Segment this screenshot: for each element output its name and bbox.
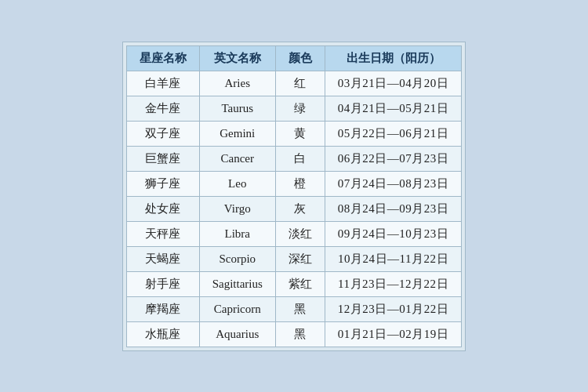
cell-chinese-name: 射手座 (126, 271, 199, 296)
table-row: 处女座Virgo灰08月24日—09月23日 (126, 196, 462, 221)
cell-english-name: Aquarius (199, 321, 275, 347)
cell-color: 红 (275, 71, 325, 96)
cell-english-name: Sagittarius (199, 271, 275, 296)
table-row: 射手座Sagittarius紫红11月23日—12月22日 (126, 271, 462, 296)
cell-date: 11月23日—12月22日 (325, 271, 462, 296)
cell-date: 09月24日—10月23日 (325, 221, 462, 246)
cell-color: 白 (275, 146, 325, 171)
table-row: 水瓶座Aquarius黑01月21日—02月19日 (126, 321, 462, 347)
cell-color: 淡红 (275, 221, 325, 246)
cell-date: 01月21日—02月19日 (325, 321, 462, 347)
cell-english-name: Capricorn (199, 296, 275, 321)
cell-english-name: Gemini (199, 121, 275, 146)
table-row: 巨蟹座Cancer白06月22日—07月23日 (126, 146, 462, 171)
table-body: 白羊座Aries红03月21日—04月20日金牛座Taurus绿04月21日—0… (126, 71, 462, 347)
cell-color: 绿 (275, 96, 325, 121)
table-row: 白羊座Aries红03月21日—04月20日 (126, 71, 462, 96)
cell-date: 08月24日—09月23日 (325, 196, 462, 221)
cell-chinese-name: 巨蟹座 (126, 146, 199, 171)
cell-date: 12月23日—01月22日 (325, 296, 462, 321)
zodiac-table: 星座名称 英文名称 颜色 出生日期（阳历） 白羊座Aries红03月21日—04… (126, 45, 463, 347)
table-row: 天蝎座Scorpio深红10月24日—11月22日 (126, 246, 462, 271)
cell-chinese-name: 天秤座 (126, 221, 199, 246)
cell-chinese-name: 金牛座 (126, 96, 199, 121)
cell-color: 紫红 (275, 271, 325, 296)
cell-color: 黄 (275, 121, 325, 146)
cell-date: 10月24日—11月22日 (325, 246, 462, 271)
cell-english-name: Libra (199, 221, 275, 246)
cell-chinese-name: 白羊座 (126, 71, 199, 96)
cell-english-name: Leo (199, 171, 275, 196)
cell-date: 07月24日—08月23日 (325, 171, 462, 196)
header-chinese-name: 星座名称 (126, 45, 199, 71)
cell-chinese-name: 双子座 (126, 121, 199, 146)
cell-chinese-name: 狮子座 (126, 171, 199, 196)
cell-color: 灰 (275, 196, 325, 221)
header-date: 出生日期（阳历） (325, 45, 462, 71)
cell-english-name: Aries (199, 71, 275, 96)
cell-color: 橙 (275, 171, 325, 196)
table-row: 狮子座Leo橙07月24日—08月23日 (126, 171, 462, 196)
cell-date: 03月21日—04月20日 (325, 71, 462, 96)
table-header-row: 星座名称 英文名称 颜色 出生日期（阳历） (126, 45, 462, 71)
cell-chinese-name: 处女座 (126, 196, 199, 221)
cell-chinese-name: 天蝎座 (126, 246, 199, 271)
table-row: 摩羯座Capricorn黑12月23日—01月22日 (126, 296, 462, 321)
cell-date: 06月22日—07月23日 (325, 146, 462, 171)
cell-chinese-name: 水瓶座 (126, 321, 199, 347)
cell-chinese-name: 摩羯座 (126, 296, 199, 321)
header-color: 颜色 (275, 45, 325, 71)
cell-english-name: Scorpio (199, 246, 275, 271)
table-row: 双子座Gemini黄05月22日—06月21日 (126, 121, 462, 146)
cell-color: 黑 (275, 296, 325, 321)
table-row: 天秤座Libra淡红09月24日—10月23日 (126, 221, 462, 246)
cell-date: 04月21日—05月21日 (325, 96, 462, 121)
cell-color: 深红 (275, 246, 325, 271)
cell-english-name: Virgo (199, 196, 275, 221)
cell-date: 05月22日—06月21日 (325, 121, 462, 146)
table-row: 金牛座Taurus绿04月21日—05月21日 (126, 96, 462, 121)
cell-english-name: Cancer (199, 146, 275, 171)
cell-color: 黑 (275, 321, 325, 347)
zodiac-table-container: 星座名称 英文名称 颜色 出生日期（阳历） 白羊座Aries红03月21日—04… (122, 42, 466, 351)
header-english-name: 英文名称 (199, 45, 275, 71)
cell-english-name: Taurus (199, 96, 275, 121)
